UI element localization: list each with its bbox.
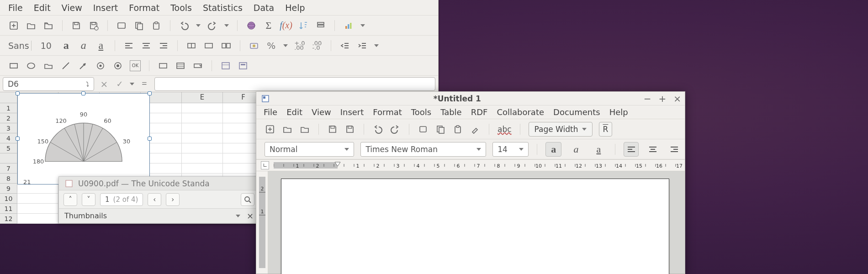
wrecent-icon[interactable] bbox=[299, 124, 310, 135]
wmenu-file[interactable]: File bbox=[259, 106, 282, 118]
row-6[interactable] bbox=[0, 153, 17, 163]
save-icon[interactable] bbox=[71, 20, 82, 31]
numfmt-caret-icon[interactable] bbox=[283, 44, 288, 47]
row-10[interactable]: 10 bbox=[0, 194, 17, 204]
wrap-text-icon[interactable] bbox=[203, 40, 214, 51]
formula-input[interactable] bbox=[154, 77, 435, 91]
font-name-field[interactable]: Sans bbox=[8, 41, 32, 51]
wmenu-tools[interactable]: Tools bbox=[407, 106, 436, 118]
walign-right-button[interactable] bbox=[667, 142, 682, 157]
pdf-side-panel-label[interactable]: Thumbnails bbox=[64, 211, 107, 220]
indent-caret-icon[interactable] bbox=[374, 44, 379, 47]
menu-data[interactable]: Data bbox=[248, 1, 280, 15]
recent-icon[interactable] bbox=[43, 20, 54, 31]
row-7[interactable]: 7 bbox=[0, 163, 17, 174]
menu-tools[interactable]: Tools bbox=[165, 1, 197, 15]
radio-shape-icon[interactable] bbox=[112, 60, 123, 71]
font-size-field[interactable]: 10 bbox=[38, 41, 54, 51]
wbookmark-icon[interactable] bbox=[418, 124, 429, 135]
paste-icon[interactable] bbox=[151, 20, 162, 31]
chart-caret-icon[interactable] bbox=[360, 24, 365, 27]
vertical-ruler[interactable]: 21 bbox=[256, 171, 268, 274]
walign-left-button[interactable] bbox=[624, 142, 639, 157]
menu-file[interactable]: File bbox=[3, 1, 28, 15]
pdf-panel-caret-icon[interactable] bbox=[236, 215, 240, 217]
menu-format[interactable]: Format bbox=[123, 1, 165, 15]
row-11[interactable]: 11 bbox=[0, 204, 17, 214]
maximize-icon[interactable]: + bbox=[658, 93, 666, 104]
writer-titlebar[interactable]: *Untitled 1 − + × bbox=[256, 92, 685, 105]
form-nav-icon[interactable] bbox=[238, 60, 249, 71]
wmenu-documents[interactable]: Documents bbox=[549, 106, 605, 118]
wmenu-help[interactable]: Help bbox=[605, 106, 633, 118]
formula-caret-icon[interactable] bbox=[130, 83, 134, 85]
page-down-button[interactable]: ˅ bbox=[82, 193, 95, 206]
wnew-icon[interactable] bbox=[265, 124, 275, 135]
pdf-panel-close-icon[interactable]: × bbox=[247, 211, 254, 221]
ellipse-shape-icon[interactable] bbox=[26, 60, 37, 71]
redo-caret-icon[interactable] bbox=[224, 24, 229, 27]
italic-icon[interactable]: a bbox=[78, 40, 89, 51]
close-icon[interactable]: × bbox=[673, 93, 681, 104]
witalic-button[interactable]: a bbox=[568, 142, 584, 157]
wmenu-insert[interactable]: Insert bbox=[336, 106, 369, 118]
form-design-icon[interactable] bbox=[220, 60, 231, 71]
undo-icon[interactable] bbox=[179, 20, 190, 31]
wsaveas-icon[interactable] bbox=[344, 124, 355, 135]
equals-icon[interactable]: = bbox=[139, 79, 150, 90]
paragraph-style-combo[interactable]: Normal bbox=[265, 142, 354, 157]
row-12[interactable]: 12 bbox=[0, 214, 17, 224]
redo-icon[interactable] bbox=[207, 20, 218, 31]
folder-shape-icon[interactable] bbox=[43, 60, 54, 71]
increase-decimal-icon[interactable]: +.0.00 bbox=[294, 40, 305, 51]
wredo-icon[interactable] bbox=[390, 124, 401, 135]
ruler-corner-icon[interactable]: ∟ bbox=[261, 161, 269, 169]
arrow-shape-icon[interactable] bbox=[78, 60, 89, 71]
history-back-button[interactable]: ‹ bbox=[148, 193, 161, 206]
history-forward-button[interactable]: › bbox=[166, 193, 180, 206]
split-cells-icon[interactable] bbox=[221, 40, 232, 51]
sum-icon[interactable]: Σ bbox=[263, 20, 274, 31]
wsave-icon[interactable] bbox=[327, 124, 338, 135]
currency-icon[interactable] bbox=[249, 40, 259, 51]
horizontal-ruler[interactable]: ∟ 21123456789101112131415161718 bbox=[256, 159, 685, 171]
col-E[interactable]: E bbox=[182, 92, 223, 103]
wcopy-icon[interactable] bbox=[435, 124, 446, 135]
wmenu-format[interactable]: Format bbox=[368, 106, 406, 118]
rtl-toggle[interactable]: R bbox=[599, 122, 613, 137]
bold-icon[interactable]: a bbox=[61, 40, 72, 51]
textbox-icon[interactable] bbox=[158, 60, 169, 71]
align-center-icon[interactable] bbox=[141, 40, 152, 51]
wundo-icon[interactable] bbox=[372, 124, 383, 135]
line-shape-icon[interactable] bbox=[60, 60, 71, 71]
undo-caret-icon[interactable] bbox=[196, 24, 201, 27]
merge-cells-icon[interactable] bbox=[186, 40, 197, 51]
row-8[interactable]: 8 bbox=[0, 174, 17, 184]
percent-icon[interactable]: % bbox=[266, 40, 277, 51]
open-icon[interactable] bbox=[26, 20, 37, 31]
wmenu-edit[interactable]: Edit bbox=[282, 106, 307, 118]
decrease-decimal-icon[interactable]: .00-.0 bbox=[312, 40, 323, 51]
copy-icon[interactable] bbox=[133, 20, 144, 31]
wopen-icon[interactable] bbox=[282, 124, 293, 135]
wmenu-rdf[interactable]: RDF bbox=[466, 106, 492, 118]
cell-reference-field[interactable]: D6 ⤵ bbox=[3, 77, 94, 91]
wmenu-table[interactable]: Table bbox=[436, 106, 466, 118]
chart-object[interactable]: 180 150 120 90 60 30 21 bbox=[17, 93, 150, 184]
spellcheck-button[interactable]: abc bbox=[498, 125, 512, 134]
chart-icon[interactable] bbox=[343, 20, 354, 31]
accept-formula-icon[interactable]: ✓ bbox=[114, 79, 125, 90]
font-size-combo[interactable]: 14 bbox=[492, 142, 529, 157]
print-preview-icon[interactable] bbox=[116, 20, 127, 31]
wpaste-icon[interactable] bbox=[452, 124, 463, 135]
menu-insert[interactable]: Insert bbox=[88, 1, 124, 15]
menu-statistics[interactable]: Statistics bbox=[197, 1, 248, 15]
menu-help[interactable]: Help bbox=[280, 1, 310, 15]
font-name-combo[interactable]: Times New Roman bbox=[360, 142, 486, 157]
increase-indent-icon[interactable] bbox=[357, 40, 368, 51]
document-page[interactable] bbox=[281, 179, 669, 274]
globe-icon[interactable] bbox=[246, 20, 257, 31]
target-shape-icon[interactable] bbox=[95, 60, 106, 71]
walign-center-button[interactable] bbox=[645, 142, 660, 157]
row-3[interactable]: 3 bbox=[0, 123, 17, 133]
